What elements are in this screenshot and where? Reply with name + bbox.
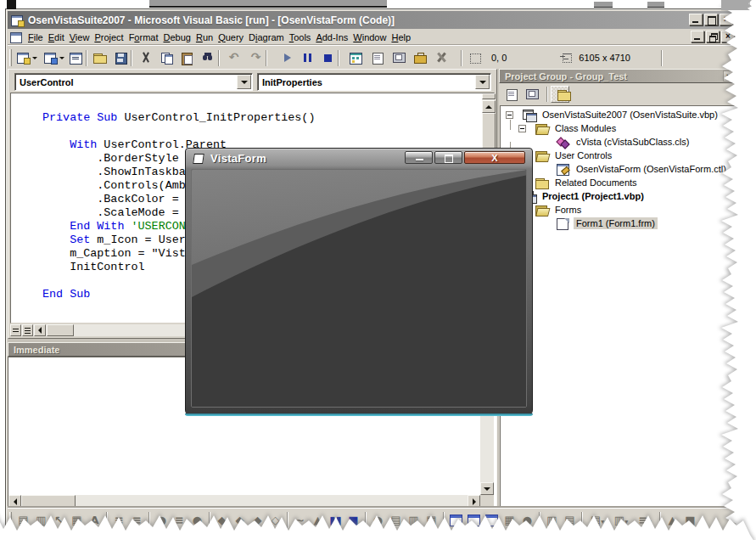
- vistaform-window[interactable]: VistaForm: [185, 148, 533, 416]
- object-browser-button[interactable]: [413, 51, 428, 65]
- project-panel-titlebar[interactable]: Project Group - Group_Test ×: [499, 69, 738, 83]
- minimize-button[interactable]: [689, 14, 703, 25]
- toolbar-grip[interactable]: [9, 512, 12, 529]
- vistaform-titlebar[interactable]: VistaForm: [186, 149, 532, 168]
- menu-tools[interactable]: Tools: [287, 31, 314, 44]
- toolbar-icon[interactable]: ▥: [545, 514, 559, 527]
- toolbar-icon[interactable]: ▮▮: [328, 514, 343, 527]
- toolbar-icon[interactable]: ▥▾: [611, 514, 631, 527]
- toolbar-icon[interactable]: ≡▾: [635, 514, 655, 527]
- toolbar-icon[interactable]: ~: [293, 514, 307, 527]
- toolbar-icon[interactable]: ●: [520, 514, 535, 527]
- form-layout-button[interactable]: [392, 51, 406, 65]
- toolbar-icon[interactable]: ▲: [665, 514, 680, 527]
- toolbar-icon[interactable]: ≡: [112, 514, 126, 527]
- redo-button[interactable]: ↷: [249, 51, 263, 65]
- cut-button[interactable]: [139, 51, 154, 65]
- split-button[interactable]: [22, 324, 33, 336]
- toolbar-icon[interactable]: ▥: [34, 514, 48, 527]
- menu-editor-button[interactable]: [69, 51, 83, 65]
- menu-edit[interactable]: Edit: [46, 31, 67, 44]
- menu-diagram[interactable]: Diagram: [246, 31, 287, 44]
- toolbar-icon[interactable]: ▥: [406, 514, 421, 527]
- view-object-button[interactable]: [524, 86, 542, 103]
- toolbar-icon[interactable]: ●: [371, 514, 385, 527]
- toolbar-icon[interactable]: ■: [683, 514, 697, 527]
- tree-item-label: cVista (cVistaSubClass.cls): [574, 136, 692, 148]
- menu-file[interactable]: File: [25, 31, 46, 44]
- toolbar-icon[interactable]: ▤: [389, 514, 403, 527]
- toolbar-icon[interactable]: ◆: [232, 514, 247, 527]
- menu-view[interactable]: View: [67, 31, 92, 44]
- start-button[interactable]: [280, 51, 294, 65]
- mdi-child-icon[interactable]: [9, 31, 23, 43]
- undo-button[interactable]: ↶: [227, 51, 241, 65]
- tree-expander[interactable]: [506, 111, 513, 119]
- menu-debug[interactable]: Debug: [160, 31, 193, 44]
- toolbar-separator: [266, 50, 267, 66]
- background-window-fragment: [149, 0, 387, 8]
- project-explorer-button[interactable]: [349, 51, 363, 65]
- mdi-minimize-button[interactable]: [691, 31, 704, 42]
- toolbar-separator: [338, 50, 339, 66]
- toolbar-icon[interactable]: ▤: [16, 514, 31, 527]
- maximize-button[interactable]: [704, 14, 718, 25]
- project-explorer-panel: Project Group - Group_Test × OsenVistaSu…: [499, 69, 747, 509]
- copy-button[interactable]: [160, 51, 174, 65]
- toolbar-icon[interactable]: [484, 514, 499, 527]
- view-code-button[interactable]: [503, 86, 522, 103]
- toolbar-icon[interactable]: A: [87, 514, 102, 527]
- toolbar-icon[interactable]: ▲: [311, 514, 325, 527]
- mdi-close-button[interactable]: ×: [721, 31, 735, 42]
- add-project-button[interactable]: [16, 51, 38, 65]
- close-button[interactable]: ×: [720, 14, 733, 25]
- open-project-button[interactable]: [92, 51, 107, 65]
- menu-project[interactable]: Project: [92, 31, 126, 44]
- immediate-hscrollbar[interactable]: [8, 495, 480, 508]
- split-button[interactable]: [10, 324, 21, 336]
- vistaform-minimize-button[interactable]: [405, 151, 433, 164]
- tree-expander[interactable]: [518, 125, 526, 132]
- object-dropdown-button[interactable]: [237, 75, 251, 89]
- project-panel-close-button[interactable]: ×: [723, 70, 735, 82]
- toolbar-icon[interactable]: ≡: [130, 514, 144, 527]
- break-button[interactable]: [300, 51, 315, 65]
- menu-query[interactable]: Query: [216, 31, 246, 44]
- menu-help[interactable]: Help: [389, 31, 413, 44]
- properties-window-button[interactable]: [371, 51, 385, 65]
- toolbar-icon[interactable]: ●: [154, 514, 169, 527]
- menu-window[interactable]: Window: [350, 31, 389, 44]
- toolbar-icon[interactable]: ◆: [250, 514, 265, 527]
- find-button[interactable]: [201, 51, 216, 65]
- toolbar-grip[interactable]: [9, 49, 12, 66]
- procedure-dropdown-button[interactable]: [475, 75, 490, 89]
- menu-format[interactable]: Format: [126, 31, 161, 44]
- toolbar-icon[interactable]: ▤: [563, 514, 577, 527]
- toolbar-icon[interactable]: ◆: [215, 514, 229, 527]
- toolbar-icon[interactable]: ≡: [172, 514, 187, 527]
- toolbar-icon[interactable]: ■: [346, 514, 361, 527]
- menu-add-ins[interactable]: Add-Ins: [313, 31, 350, 44]
- procedure-dropdown[interactable]: InitProperties: [257, 73, 491, 91]
- toggle-folders-button[interactable]: [551, 86, 569, 103]
- toolbar-icon[interactable]: ↖: [52, 514, 66, 527]
- save-project-button[interactable]: [114, 51, 128, 65]
- end-button[interactable]: [321, 51, 335, 65]
- menu-run[interactable]: Run: [193, 31, 216, 44]
- vistaform-close-button[interactable]: [464, 151, 525, 164]
- vistaform-maximize-button[interactable]: [434, 151, 462, 164]
- toolbar-icon[interactable]: ▤▾: [587, 514, 608, 527]
- mdi-restore-button[interactable]: [706, 31, 720, 42]
- toolbar-icon[interactable]: [449, 514, 463, 527]
- toolbar-icon[interactable]: ●: [190, 514, 204, 527]
- toolbox-button[interactable]: [434, 51, 449, 65]
- add-form-button[interactable]: [43, 51, 65, 65]
- toolbar-icon[interactable]: [467, 514, 481, 527]
- paste-button[interactable]: [180, 51, 194, 65]
- toolbar-icon[interactable]: ▦: [70, 514, 84, 527]
- toolbar-icon[interactable]: ▦: [424, 514, 439, 527]
- object-dropdown[interactable]: UserControl: [14, 73, 253, 91]
- toolbar-icon[interactable]: ◇: [268, 514, 283, 527]
- toolbar-icon[interactable]: ▦: [502, 514, 517, 527]
- project-tree[interactable]: OsenVistaSuite2007 (OsenVistaSuite.vbp)C…: [500, 105, 746, 508]
